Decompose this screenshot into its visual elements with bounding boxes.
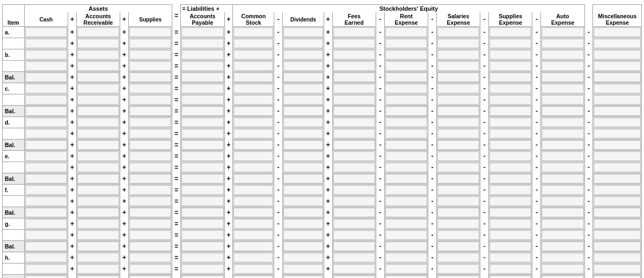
cash-cell-input[interactable] — [25, 27, 67, 37]
sal-cell-input[interactable] — [437, 163, 479, 172]
ap-cell-input[interactable] — [181, 253, 223, 262]
fees-cell-input[interactable] — [333, 61, 375, 71]
cash-cell-input[interactable] — [25, 219, 67, 229]
cs-cell-input[interactable] — [233, 185, 273, 195]
supp-exp-cell-input[interactable] — [489, 129, 531, 138]
supplies-cell-input[interactable] — [129, 264, 171, 274]
ap-cell-input[interactable] — [181, 174, 223, 184]
misc-cell-input[interactable] — [594, 84, 641, 93]
supp-exp-cell-input[interactable] — [489, 151, 531, 161]
rent-cell-input[interactable] — [385, 242, 427, 251]
sal-cell-input[interactable] — [437, 196, 479, 206]
sal-cell-input[interactable] — [437, 185, 479, 195]
auto-cell-input[interactable] — [541, 50, 583, 60]
sal-cell-input[interactable] — [437, 253, 479, 262]
misc-cell-input[interactable] — [594, 230, 641, 240]
auto-cell-input[interactable] — [541, 253, 583, 262]
fees-cell-input[interactable] — [333, 84, 375, 93]
rent-cell-input[interactable] — [385, 196, 427, 206]
div-cell-input[interactable] — [283, 39, 323, 48]
rent-cell-input[interactable] — [385, 129, 427, 138]
cash-cell-input[interactable] — [25, 61, 67, 71]
cs-cell-input[interactable] — [233, 61, 273, 71]
ar-cell-input[interactable] — [77, 140, 119, 150]
sal-cell-input[interactable] — [437, 72, 479, 82]
supp-exp-cell-input[interactable] — [489, 174, 531, 184]
misc-cell-input[interactable] — [594, 129, 641, 138]
sal-cell-input[interactable] — [437, 140, 479, 150]
fees-cell-input[interactable] — [333, 196, 375, 206]
misc-cell-input[interactable] — [594, 242, 641, 251]
cs-cell-input[interactable] — [233, 72, 273, 82]
rent-cell-input[interactable] — [385, 95, 427, 105]
div-cell-input[interactable] — [283, 27, 323, 37]
div-cell-input[interactable] — [283, 208, 323, 217]
rent-cell-input[interactable] — [385, 208, 427, 217]
supp-exp-cell-input[interactable] — [489, 27, 531, 37]
auto-cell-input[interactable] — [541, 264, 583, 274]
ar-cell-input[interactable] — [77, 84, 119, 93]
misc-cell-input[interactable] — [594, 61, 641, 71]
fees-cell-input[interactable] — [333, 118, 375, 127]
misc-cell-input[interactable] — [594, 264, 641, 274]
misc-cell-input[interactable] — [594, 95, 641, 105]
ar-cell-input[interactable] — [77, 61, 119, 71]
auto-cell-input[interactable] — [541, 219, 583, 229]
cs-cell-input[interactable] — [233, 196, 273, 206]
ap-cell-input[interactable] — [181, 140, 223, 150]
div-cell-input[interactable] — [283, 230, 323, 240]
cs-cell-input[interactable] — [233, 242, 273, 251]
fees-cell-input[interactable] — [333, 208, 375, 217]
cash-cell-input[interactable] — [25, 84, 67, 93]
ar-cell-input[interactable] — [77, 208, 119, 217]
fees-cell-input[interactable] — [333, 129, 375, 138]
supp-exp-cell-input[interactable] — [489, 275, 531, 278]
sal-cell-input[interactable] — [437, 174, 479, 184]
supp-exp-cell-input[interactable] — [489, 72, 531, 82]
supplies-cell-input[interactable] — [129, 50, 171, 60]
cs-cell-input[interactable] — [233, 253, 273, 262]
ar-cell-input[interactable] — [77, 27, 119, 37]
ap-cell-input[interactable] — [181, 230, 223, 240]
supplies-cell-input[interactable] — [129, 39, 171, 48]
supp-exp-cell-input[interactable] — [489, 264, 531, 274]
supplies-cell-input[interactable] — [129, 84, 171, 93]
fees-cell-input[interactable] — [333, 95, 375, 105]
auto-cell-input[interactable] — [541, 39, 583, 48]
div-cell-input[interactable] — [283, 84, 323, 93]
ap-cell-input[interactable] — [181, 61, 223, 71]
fees-cell-input[interactable] — [333, 242, 375, 251]
supplies-cell-input[interactable] — [129, 27, 171, 37]
cs-cell-input[interactable] — [233, 27, 273, 37]
cs-cell-input[interactable] — [233, 275, 273, 278]
cs-cell-input[interactable] — [233, 129, 273, 138]
ar-cell-input[interactable] — [77, 275, 119, 278]
div-cell-input[interactable] — [283, 118, 323, 127]
fees-cell-input[interactable] — [333, 275, 375, 278]
cs-cell-input[interactable] — [233, 84, 273, 93]
div-cell-input[interactable] — [283, 253, 323, 262]
auto-cell-input[interactable] — [541, 174, 583, 184]
sal-cell-input[interactable] — [437, 39, 479, 48]
ar-cell-input[interactable] — [77, 39, 119, 48]
fees-cell-input[interactable] — [333, 174, 375, 184]
div-cell-input[interactable] — [283, 163, 323, 172]
ap-cell-input[interactable] — [181, 208, 223, 217]
misc-cell-input[interactable] — [594, 185, 641, 195]
div-cell-input[interactable] — [283, 106, 323, 116]
supp-exp-cell-input[interactable] — [489, 185, 531, 195]
supplies-cell-input[interactable] — [129, 140, 171, 150]
auto-cell-input[interactable] — [541, 106, 583, 116]
rent-cell-input[interactable] — [385, 118, 427, 127]
ap-cell-input[interactable] — [181, 196, 223, 206]
rent-cell-input[interactable] — [385, 72, 427, 82]
cs-cell-input[interactable] — [233, 219, 273, 229]
fees-cell-input[interactable] — [333, 151, 375, 161]
supp-exp-cell-input[interactable] — [489, 230, 531, 240]
fees-cell-input[interactable] — [333, 140, 375, 150]
sal-cell-input[interactable] — [437, 275, 479, 278]
ar-cell-input[interactable] — [77, 163, 119, 172]
sal-cell-input[interactable] — [437, 50, 479, 60]
cash-cell-input[interactable] — [25, 140, 67, 150]
ap-cell-input[interactable] — [181, 275, 223, 278]
